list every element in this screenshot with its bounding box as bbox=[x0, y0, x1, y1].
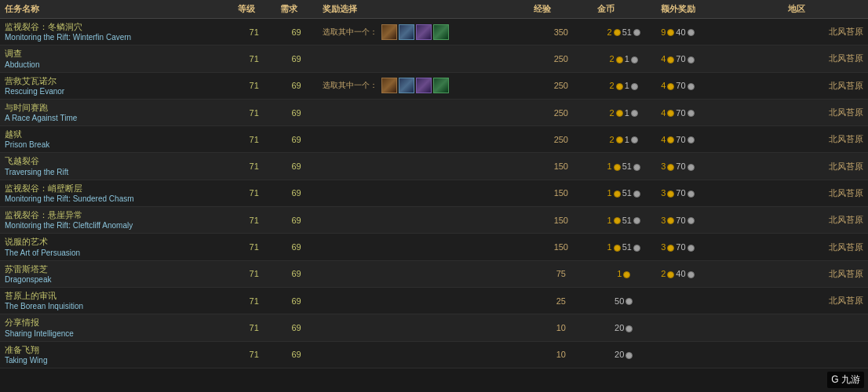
quest-xp: 250 bbox=[529, 126, 593, 153]
quest-extra-reward bbox=[656, 287, 783, 314]
quest-zone: 北风苔原 bbox=[783, 153, 868, 180]
quest-xp: 250 bbox=[529, 45, 593, 72]
quest-name-cell: 监视裂谷：峭壁断层 Monitoring the Rift: Sundered … bbox=[0, 180, 233, 206]
quest-choice-reward bbox=[318, 260, 530, 287]
quest-level: 71 bbox=[233, 234, 275, 260]
col-header-req: 需求 bbox=[275, 0, 318, 19]
table-body: 监视裂谷：冬鳞洞穴 Monitoring the Rift: Winterfin… bbox=[0, 19, 868, 368]
quest-req-level: 69 bbox=[275, 260, 318, 287]
quest-extra-reward bbox=[656, 314, 783, 341]
quest-name-cn: 与时间赛跑 bbox=[5, 102, 228, 113]
quest-choice-reward bbox=[318, 207, 530, 234]
quest-gold: 21 bbox=[593, 99, 656, 125]
table-row: 调查 Abduction 716925021470北风苔原 bbox=[0, 45, 868, 72]
quest-level: 71 bbox=[233, 153, 275, 180]
item-icon bbox=[433, 24, 449, 40]
table-row: 营救艾瓦诺尔 Rescuing Evanor 7169选取其中一个：250214… bbox=[0, 72, 868, 99]
quest-zone bbox=[783, 314, 868, 341]
quest-level: 71 bbox=[233, 126, 275, 153]
quest-gold: 20 bbox=[593, 341, 656, 368]
quest-req-level: 69 bbox=[275, 207, 318, 234]
table-row: 飞越裂谷 Traversing the Rift 7169150151370北风… bbox=[0, 153, 868, 180]
quest-name-cell: 与时间赛跑 A Race Against Time bbox=[0, 99, 233, 125]
quest-req-level: 69 bbox=[275, 45, 318, 72]
table-row: 准备飞翔 Taking Wing 71691020 bbox=[0, 341, 868, 368]
quest-table: 任务名称 等级 需求 奖励选择 经验 金币 额外奖励 地区 监视裂谷：冬鳞洞穴 … bbox=[0, 0, 868, 368]
quest-level: 71 bbox=[233, 72, 275, 99]
quest-xp: 10 bbox=[529, 341, 593, 368]
quest-name-en: Monitoring the Rift: Winterfin Cavern bbox=[5, 32, 228, 42]
quest-gold: 151 bbox=[593, 207, 656, 234]
quest-gold: 50 bbox=[593, 287, 656, 314]
quest-name-cell: 说服的艺术 The Art of Persuasion bbox=[0, 234, 233, 260]
quest-xp: 150 bbox=[529, 153, 593, 180]
quest-gold: 151 bbox=[593, 234, 656, 260]
table-row: 监视裂谷：峭壁断层 Monitoring the Rift: Sundered … bbox=[0, 180, 868, 206]
quest-level: 71 bbox=[233, 180, 275, 206]
quest-name-cn: 越狱 bbox=[5, 129, 228, 140]
quest-extra-reward bbox=[656, 341, 783, 368]
quest-req-level: 69 bbox=[275, 153, 318, 180]
quest-xp: 350 bbox=[529, 19, 593, 45]
col-header-gold: 金币 bbox=[593, 0, 656, 19]
quest-zone: 北风苔原 bbox=[783, 45, 868, 72]
item-icon bbox=[399, 78, 414, 93]
item-icon bbox=[381, 78, 397, 93]
item-icon bbox=[399, 24, 414, 40]
quest-zone: 北风苔原 bbox=[783, 99, 868, 125]
quest-extra-reward: 370 bbox=[656, 180, 783, 206]
quest-name-cell: 调查 Abduction bbox=[0, 45, 233, 72]
quest-name-cn: 监视裂谷：峭壁断层 bbox=[5, 183, 228, 194]
quest-name-cell: 苏雷斯塔芝 Dragonspeak bbox=[0, 260, 233, 287]
quest-gold: 1 bbox=[593, 260, 656, 287]
quest-req-level: 69 bbox=[275, 180, 318, 206]
quest-zone: 北风苔原 bbox=[783, 19, 868, 45]
quest-choice-reward bbox=[318, 180, 530, 206]
quest-extra-reward: 940 bbox=[656, 19, 783, 45]
quest-extra-reward: 370 bbox=[656, 207, 783, 234]
quest-gold: 21 bbox=[593, 126, 656, 153]
quest-zone: 北风苔原 bbox=[783, 260, 868, 287]
quest-extra-reward: 470 bbox=[656, 126, 783, 153]
quest-name-cell: 营救艾瓦诺尔 Rescuing Evanor bbox=[0, 72, 233, 99]
quest-choice-reward bbox=[318, 99, 530, 125]
quest-zone: 北风苔原 bbox=[783, 126, 868, 153]
table-row: 与时间赛跑 A Race Against Time 716925021470北风… bbox=[0, 99, 868, 125]
quest-name-cn: 苔原上的审讯 bbox=[5, 290, 228, 301]
quest-xp: 150 bbox=[529, 234, 593, 260]
col-header-level: 等级 bbox=[233, 0, 275, 19]
quest-name-cn: 飞越裂谷 bbox=[5, 155, 228, 166]
quest-choice-reward bbox=[318, 45, 530, 72]
table-row: 说服的艺术 The Art of Persuasion 716915015137… bbox=[0, 234, 868, 260]
quest-extra-reward: 470 bbox=[656, 72, 783, 99]
quest-xp: 25 bbox=[529, 287, 593, 314]
quest-name-cell: 苔原上的审讯 The Borean Inquisition bbox=[0, 287, 233, 314]
quest-name-cn: 调查 bbox=[5, 48, 228, 59]
table-header: 任务名称 等级 需求 奖励选择 经验 金币 额外奖励 地区 bbox=[0, 0, 868, 19]
quest-name-en: Monitoring the Rift: Sundered Chasm bbox=[5, 194, 228, 204]
quest-name-en: The Art of Persuasion bbox=[5, 248, 228, 258]
quest-name-en: Taking Wing bbox=[5, 355, 228, 365]
quest-level: 71 bbox=[233, 260, 275, 287]
quest-name-cn: 准备飞翔 bbox=[5, 344, 228, 355]
quest-gold: 151 bbox=[593, 153, 656, 180]
quest-gold: 21 bbox=[593, 72, 656, 99]
col-header-choice: 奖励选择 bbox=[318, 0, 530, 19]
quest-xp: 150 bbox=[529, 207, 593, 234]
quest-req-level: 69 bbox=[275, 287, 318, 314]
quest-name-en: Traversing the Rift bbox=[5, 167, 228, 177]
quest-name-cell: 越狱 Prison Break bbox=[0, 126, 233, 153]
table-row: 苔原上的审讯 The Borean Inquisition 71692550北风… bbox=[0, 287, 868, 314]
quest-name-en: Prison Break bbox=[5, 140, 228, 150]
quest-name-cell: 监视裂谷：冬鳞洞穴 Monitoring the Rift: Winterfin… bbox=[0, 19, 233, 45]
quest-name-cell: 分享情报 Sharing Intelligence bbox=[0, 314, 233, 341]
quest-req-level: 69 bbox=[275, 99, 318, 125]
col-header-xp: 经验 bbox=[529, 0, 593, 19]
quest-xp: 10 bbox=[529, 314, 593, 341]
quest-req-level: 69 bbox=[275, 341, 318, 368]
quest-name-cn: 分享情报 bbox=[5, 317, 228, 328]
quest-name-en: Monitoring the Rift: Cleftcliff Anomaly bbox=[5, 220, 228, 230]
quest-choice-reward bbox=[318, 234, 530, 260]
quest-name-cell: 飞越裂谷 Traversing the Rift bbox=[0, 153, 233, 180]
quest-zone: 北风苔原 bbox=[783, 207, 868, 234]
